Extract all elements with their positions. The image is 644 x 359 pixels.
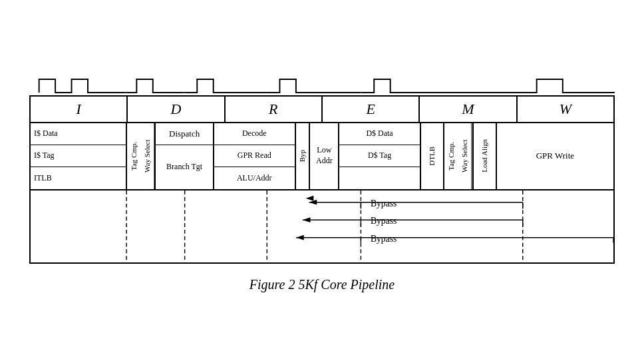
ds-tag-cell: D$ Tag bbox=[339, 145, 420, 167]
dtlb-detail-cell bbox=[339, 167, 420, 189]
stage-w: W bbox=[518, 97, 613, 122]
branch-tgt-label: Branch Tgt bbox=[166, 162, 202, 172]
detail-row: I$ Data I$ Tag ITLB Tag Cmp. Way Select bbox=[29, 123, 615, 190]
bypass-svg: Bypass Bypass Bypass bbox=[31, 190, 613, 262]
stage-label-r: R bbox=[269, 101, 277, 118]
bypass3-arrow bbox=[296, 234, 304, 240]
stage-m: M bbox=[420, 97, 517, 122]
ds-tag-label: D$ Tag bbox=[368, 151, 391, 161]
byp-label: Byp bbox=[298, 150, 306, 162]
m-way-select-cell: Way Select bbox=[458, 123, 472, 189]
m-vertical-group: Tag Cmp. Way Select bbox=[444, 123, 474, 189]
bypass2-label: Bypass bbox=[371, 216, 397, 226]
pipeline-diagram: I D R E M W I$ Data bbox=[29, 74, 615, 292]
decode-cell: Decode bbox=[214, 123, 295, 145]
itlb-cell: ITLB bbox=[31, 167, 126, 189]
bypass2-arrow bbox=[303, 217, 311, 222]
alu-addr-cell: ALU/Addr bbox=[214, 167, 295, 189]
dispatch-cell: Dispatch bbox=[156, 123, 213, 145]
tag-cmp-label: Tag Cmp. bbox=[130, 141, 138, 170]
i-vertical-group: Tag Cmp. Way Select bbox=[127, 123, 156, 189]
w-stage-detail: GPR Write bbox=[497, 123, 613, 189]
stage-d: D bbox=[128, 97, 225, 122]
gpr-read-label: GPR Read bbox=[238, 151, 271, 161]
clock-row bbox=[29, 74, 615, 95]
itlb-label: ITLB bbox=[34, 173, 52, 183]
is-data-cell: I$ Data bbox=[31, 123, 126, 145]
low-addr-label: Low Addr bbox=[310, 145, 338, 166]
ds-data-label: D$ Data bbox=[366, 129, 393, 139]
e-stage-detail: D$ Data D$ Tag bbox=[339, 123, 421, 189]
stage-label-m: M bbox=[462, 101, 474, 118]
r-stage-detail: Decode GPR Read ALU/Addr bbox=[214, 123, 296, 189]
way-select-label: Way Select bbox=[143, 139, 151, 173]
m-way-select-label: Way Select bbox=[461, 139, 469, 173]
decode-label: Decode bbox=[242, 129, 267, 139]
figure-caption: Figure 2 5Kf Core Pipeline bbox=[29, 277, 615, 292]
stage-label-w: W bbox=[560, 101, 571, 118]
load-align-label: Load Align bbox=[480, 139, 488, 173]
tag-cmp-cell: Tag Cmp. bbox=[127, 123, 140, 189]
way-select-cell: Way Select bbox=[140, 123, 154, 189]
is-tag-label: I$ Tag bbox=[34, 151, 55, 161]
m-tag-cmp-cell: Tag Cmp. bbox=[444, 123, 458, 189]
dtlb-cell: DTLB bbox=[421, 123, 444, 189]
figure-container: I D R E M W I$ Data bbox=[23, 61, 621, 299]
gpr-write-label: GPR Write bbox=[536, 151, 574, 161]
gpr-read-cell: GPR Read bbox=[214, 145, 295, 167]
bypass-section: Bypass Bypass Bypass bbox=[29, 190, 615, 264]
stage-row: I D R E M W bbox=[29, 95, 615, 123]
dispatch-label: Dispatch bbox=[169, 129, 200, 139]
ds-data-cell: D$ Data bbox=[339, 123, 420, 145]
is-data-label: I$ Data bbox=[34, 129, 58, 139]
is-tag-cell: I$ Tag bbox=[31, 145, 126, 167]
dtlb-label: DTLB bbox=[428, 147, 436, 166]
figure-caption-text: Figure 2 5Kf Core Pipeline bbox=[249, 277, 395, 292]
bypass3-label: Bypass bbox=[371, 233, 397, 243]
stage-e: E bbox=[323, 97, 420, 122]
d-stage-detail: Dispatch Branch Tgt bbox=[156, 123, 214, 189]
byp-cell: Byp bbox=[296, 123, 311, 189]
alu-addr-label: ALU/Addr bbox=[237, 173, 272, 183]
low-addr-cell: Low Addr bbox=[310, 123, 339, 189]
stage-label-i: I bbox=[77, 101, 81, 118]
stage-r: R bbox=[226, 97, 323, 122]
stage-label-d: D bbox=[171, 101, 182, 118]
m-tag-cmp-label: Tag Cmp. bbox=[447, 141, 455, 170]
load-align-cell: Load Align bbox=[474, 123, 497, 189]
branch-tgt-cell: Branch Tgt bbox=[156, 145, 213, 189]
stage-label-e: E bbox=[366, 101, 375, 118]
stage-i: I bbox=[31, 97, 128, 122]
i-stage-detail: I$ Data I$ Tag ITLB bbox=[31, 123, 127, 189]
bypass1-label: Bypass bbox=[371, 198, 397, 208]
bypass-arrow-extra bbox=[306, 195, 314, 200]
